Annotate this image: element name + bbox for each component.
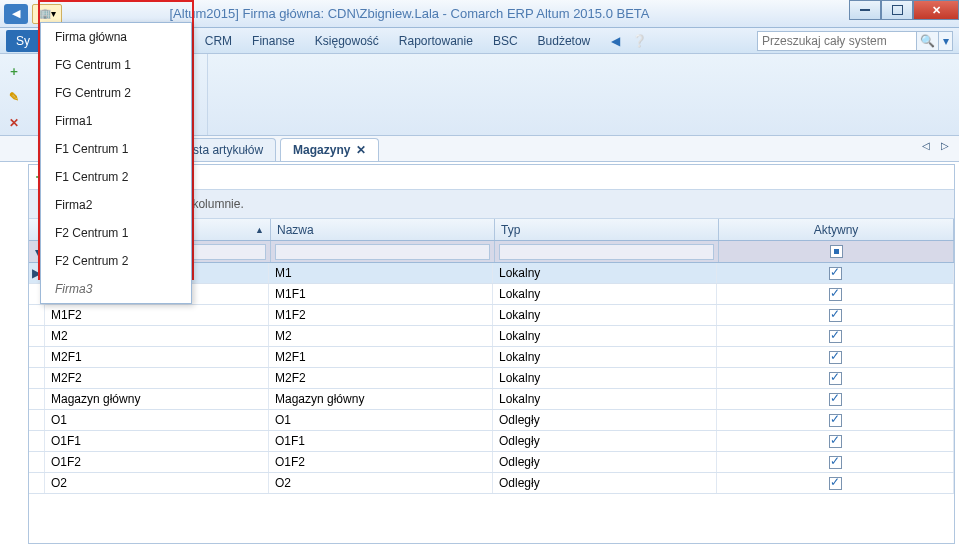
cell-aktywny (717, 431, 954, 451)
cell-typ: Odległy (493, 431, 717, 451)
cell-typ: Lokalny (493, 305, 717, 325)
table-row[interactable]: O1O1Odległy (29, 410, 954, 431)
cell-nazwa: M2 (269, 326, 493, 346)
menu-raportowanie[interactable]: Raportowanie (389, 30, 483, 52)
row-indicator (29, 389, 45, 409)
tab-label: Lista artykułów (184, 143, 263, 157)
company-dropdown-item[interactable]: Firma3 (41, 275, 191, 303)
left-arrow-icon[interactable]: ◀ (606, 32, 624, 50)
cell-nazwa: O1 (269, 410, 493, 430)
aktywny-checkbox[interactable] (829, 477, 842, 490)
cell-aktywny (717, 305, 954, 325)
cell-nazwa: O1F2 (269, 452, 493, 472)
search-go-button[interactable]: 🔍 (917, 31, 939, 51)
cell-aktywny (717, 452, 954, 472)
aktywny-checkbox[interactable] (829, 435, 842, 448)
company-dropdown[interactable]: Firma głównaFG Centrum 1FG Centrum 2Firm… (40, 22, 192, 304)
side-add-button[interactable]: ＋ (5, 62, 23, 80)
cell-nazwa: M1F2 (269, 305, 493, 325)
tab-close-icon[interactable]: ✕ (356, 143, 366, 157)
cell-typ: Lokalny (493, 326, 717, 346)
cell-nazwa: M1F1 (269, 284, 493, 304)
table-row[interactable]: M2M2Lokalny (29, 326, 954, 347)
cell-aktywny (717, 284, 954, 304)
menu-system[interactable]: Sy (6, 30, 40, 52)
close-button[interactable] (913, 0, 959, 20)
company-dropdown-item[interactable]: Firma1 (41, 107, 191, 135)
tab-scroll[interactable]: ◁ ▷ (922, 140, 953, 151)
cell-aktywny (717, 410, 954, 430)
table-row[interactable]: M1F2M1F2Lokalny (29, 305, 954, 326)
filter-nazwa-input[interactable] (275, 244, 490, 260)
cell-kod: M2F2 (45, 368, 269, 388)
aktywny-checkbox[interactable] (829, 372, 842, 385)
global-search: 🔍 ▾ (757, 31, 953, 51)
cell-nazwa: O2 (269, 473, 493, 493)
window-title: [Altum2015] Firma główna: CDN\Zbigniew.L… (0, 6, 819, 21)
company-dropdown-item[interactable]: F1 Centrum 1 (41, 135, 191, 163)
menu-ksiegowosc[interactable]: Księgowość (305, 30, 389, 52)
search-dropdown-button[interactable]: ▾ (939, 31, 953, 51)
aktywny-checkbox[interactable] (829, 414, 842, 427)
aktywny-checkbox[interactable] (829, 351, 842, 364)
cell-aktywny (717, 389, 954, 409)
cell-kod: M2F1 (45, 347, 269, 367)
filter-nazwa[interactable] (271, 241, 495, 262)
side-edit-button[interactable]: ✎ (5, 88, 23, 106)
table-row[interactable]: Magazyn głównyMagazyn głównyLokalny (29, 389, 954, 410)
cell-typ: Lokalny (493, 263, 717, 283)
maximize-button[interactable] (881, 0, 913, 20)
company-selector-button[interactable]: 🏢▾ (32, 4, 62, 24)
sort-asc-icon: ▲ (255, 225, 264, 235)
side-toolbar: ＋ ✎ ✕ (0, 54, 28, 132)
header-aktywny[interactable]: Aktywny (719, 219, 954, 240)
cell-nazwa: M2F1 (269, 347, 493, 367)
menu-bsc[interactable]: BSC (483, 30, 528, 52)
minimize-button[interactable] (849, 0, 881, 20)
header-nazwa[interactable]: Nazwa (271, 219, 495, 240)
cell-typ: Odległy (493, 452, 717, 472)
table-row[interactable]: O2O2Odległy (29, 473, 954, 494)
search-input[interactable] (757, 31, 917, 51)
table-row[interactable]: M2F1M2F1Lokalny (29, 347, 954, 368)
tab-label: Magazyny (293, 143, 350, 157)
cell-kod: M1F2 (45, 305, 269, 325)
company-dropdown-item[interactable]: FG Centrum 1 (41, 51, 191, 79)
company-dropdown-item[interactable]: F1 Centrum 2 (41, 163, 191, 191)
aktywny-checkbox[interactable] (829, 393, 842, 406)
document-tab[interactable]: Magazyny✕ (280, 138, 379, 161)
cell-nazwa: O1F1 (269, 431, 493, 451)
aktywny-checkbox[interactable] (829, 267, 842, 280)
side-delete-button[interactable]: ✕ (5, 114, 23, 132)
cell-aktywny (717, 347, 954, 367)
grid-rows: ▶M1M1LokalnyM1F1M1F1LokalnyM1F2M1F2Lokal… (29, 263, 954, 543)
menu-crm[interactable]: CRM (195, 30, 242, 52)
header-typ[interactable]: Typ (495, 219, 719, 240)
company-dropdown-item[interactable]: Firma główna (41, 23, 191, 51)
row-indicator (29, 473, 45, 493)
company-dropdown-item[interactable]: FG Centrum 2 (41, 79, 191, 107)
menu-finanse[interactable]: Finanse (242, 30, 305, 52)
cell-nazwa: M2F2 (269, 368, 493, 388)
table-row[interactable]: M2F2M2F2Lokalny (29, 368, 954, 389)
company-dropdown-item[interactable]: F2 Centrum 1 (41, 219, 191, 247)
back-button[interactable]: ◀ (4, 4, 28, 24)
cell-typ: Lokalny (493, 284, 717, 304)
filter-typ-input[interactable] (499, 244, 714, 260)
row-indicator (29, 326, 45, 346)
cell-kod: O1F2 (45, 452, 269, 472)
company-dropdown-item[interactable]: F2 Centrum 2 (41, 247, 191, 275)
company-dropdown-item[interactable]: Firma2 (41, 191, 191, 219)
filter-typ[interactable] (495, 241, 719, 262)
aktywny-checkbox[interactable] (829, 309, 842, 322)
aktywny-checkbox[interactable] (829, 456, 842, 469)
building-icon: 🏢▾ (39, 8, 56, 19)
table-row[interactable]: O1F2O1F2Odległy (29, 452, 954, 473)
table-row[interactable]: O1F1O1F1Odległy (29, 431, 954, 452)
aktywny-checkbox[interactable] (829, 288, 842, 301)
filter-aktywny-checkbox[interactable] (830, 245, 843, 258)
filter-aktywny[interactable] (719, 241, 954, 262)
help-icon[interactable]: ❔ (630, 32, 648, 50)
menu-budzetow[interactable]: Budżetow (528, 30, 601, 52)
aktywny-checkbox[interactable] (829, 330, 842, 343)
